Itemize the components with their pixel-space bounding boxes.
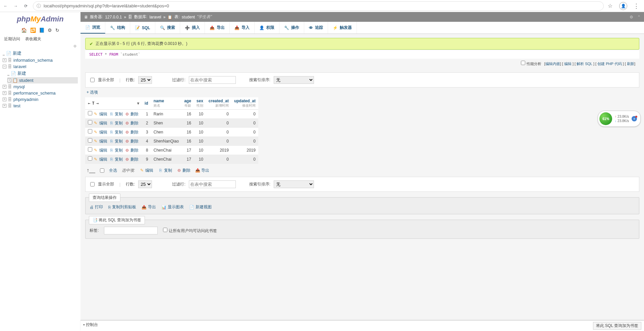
tree-laravel-new[interactable]: ⎯📄新建 [7, 70, 78, 77]
bulk-export[interactable]: 📤 导出 [195, 168, 209, 173]
sort-index-select-2[interactable]: 无 [274, 180, 314, 188]
filter-input-2[interactable] [189, 180, 236, 188]
row-checkbox[interactable] [88, 138, 92, 143]
row-copy[interactable]: ⎘ 复制 [109, 157, 123, 162]
tree-db-performance-schema[interactable]: +🗄performance_schema [3, 90, 78, 96]
tab-structure[interactable]: 🔧结构 [105, 22, 130, 34]
settings-icon[interactable]: ⚙ [48, 27, 52, 33]
row-delete[interactable]: ⊖ 删除 [125, 157, 139, 162]
back-icon[interactable]: ← [3, 3, 9, 9]
row-delete[interactable]: ⊖ 删除 [125, 121, 139, 125]
row-edit[interactable]: ✎ 编辑 [93, 112, 107, 116]
row-checkbox[interactable] [88, 147, 92, 152]
row-edit[interactable]: ✎ 编辑 [93, 157, 107, 162]
tree-db-mysql[interactable]: +🗄mysql [3, 84, 78, 90]
row-copy[interactable]: ⎘ 复制 [109, 112, 123, 116]
collapse-handle-icon[interactable]: ⊖ [0, 44, 80, 48]
col-sex[interactable]: sex性别 [194, 97, 206, 110]
collapse-top-icon[interactable]: ⌃ [637, 15, 641, 19]
row-edit[interactable]: ✎ 编辑 [93, 130, 107, 134]
row-delete[interactable]: ⊖ 删除 [125, 139, 139, 144]
row-checkbox[interactable] [88, 129, 92, 133]
network-monitor-widget[interactable]: 61% ↑ 23.8K/s ↓ 23.8K/s + [598, 111, 641, 127]
bookmark-label-input[interactable] [104, 227, 158, 234]
reload-icon[interactable]: ⟳ [23, 3, 29, 9]
page-settings-icon[interactable]: ⚙ [630, 15, 633, 19]
row-checkbox[interactable] [88, 111, 92, 115]
tab-privileges[interactable]: 👤权限 [255, 22, 279, 34]
tree-db-phpmyadmin[interactable]: +🗄phpmyadmin [3, 96, 78, 103]
bookmark-share-checkbox[interactable] [163, 228, 167, 232]
row-delete[interactable]: ⊖ 删除 [125, 112, 139, 116]
rows-select-2[interactable]: 25 [138, 180, 152, 188]
bookmark-star-icon[interactable]: ☆ [608, 3, 612, 9]
bookmark-sql-button[interactable]: 将此 SQL 查询加为书签 [593, 322, 641, 330]
docs-icon[interactable]: 📘 [39, 27, 45, 33]
reload-nav-icon[interactable]: ↻ [55, 27, 59, 33]
tab-export[interactable]: 📤导出 [205, 22, 230, 34]
tab-insert[interactable]: ➕插入 [180, 22, 205, 34]
export-link[interactable]: 📤 导出 [142, 204, 156, 210]
url-bar[interactable]: ⓘ localhost/phpmyadmin/sql.php?db=larave… [33, 1, 604, 11]
create-view-link[interactable]: 📄 新建视图 [189, 204, 212, 210]
show-all-checkbox[interactable] [90, 78, 95, 82]
show-all-checkbox-2[interactable] [90, 182, 95, 186]
row-copy[interactable]: ⎘ 复制 [109, 121, 123, 125]
row-copy[interactable]: ⎘ 复制 [109, 139, 123, 144]
tree-new[interactable]: ⎯📄新建 [3, 50, 78, 57]
bulk-edit[interactable]: ✎ 编辑 [140, 168, 153, 173]
forward-icon[interactable]: → [13, 3, 19, 9]
profiling-checkbox[interactable] [521, 61, 525, 65]
col-updated[interactable]: updated_at修改时间 [231, 97, 258, 110]
bc-table-link[interactable]: student [182, 15, 195, 19]
phpmyadmin-logo[interactable]: phpMyAdmin [0, 12, 80, 26]
row-delete[interactable]: ⊖ 删除 [125, 148, 139, 153]
inline-edit-link[interactable]: 编辑内嵌 [545, 62, 560, 66]
row-delete[interactable]: ⊖ 删除 [125, 130, 139, 134]
tab-sql[interactable]: 📝SQL [130, 22, 155, 34]
tab-search[interactable]: 🔍搜索 [155, 22, 180, 34]
tree-table-student[interactable]: +📋student [7, 77, 78, 84]
profile-icon[interactable]: 👤 [619, 2, 627, 10]
tree-db-information-schema[interactable]: +🗄information_schema [3, 57, 78, 63]
row-copy[interactable]: ⎘ 复制 [109, 148, 123, 153]
row-checkbox[interactable] [88, 120, 92, 124]
row-checkbox[interactable] [88, 156, 92, 161]
bc-server-link[interactable]: 127.0.0.1 [105, 15, 122, 19]
col-id[interactable]: id [142, 97, 151, 110]
chrome-menu-icon[interactable]: ⋮ [633, 2, 639, 10]
copy-clipboard-link[interactable]: ⎘ 复制到剪贴板 [108, 204, 136, 210]
row-edit[interactable]: ✎ 编辑 [93, 139, 107, 144]
chart-link[interactable]: 📊 显示图表 [161, 204, 184, 210]
check-all-link[interactable]: 全选 [109, 168, 117, 173]
tree-db-laravel[interactable]: −🗄laravel [3, 63, 78, 70]
col-age[interactable]: age年龄 [181, 97, 194, 110]
row-copy[interactable]: ⎘ 复制 [109, 130, 123, 134]
row-edit[interactable]: ✎ 编辑 [93, 121, 107, 125]
edit-query-link[interactable]: 编辑 [564, 62, 572, 66]
console-toggle[interactable]: ▪ 控制台 [83, 322, 98, 330]
bulk-copy[interactable]: ⎘ 复制 [158, 168, 172, 173]
refresh-link[interactable]: 刷新 [627, 62, 634, 66]
tab-import[interactable]: 📥导入 [230, 22, 255, 34]
logout-icon[interactable]: 🔁 [30, 27, 36, 33]
options-toggle[interactable]: + 选项 [87, 90, 638, 95]
create-php-link[interactable]: 创建 PHP 代码 [597, 62, 622, 66]
explain-sql-link[interactable]: 解析 SQL [577, 62, 592, 66]
print-link[interactable]: 🖨 打印 [90, 204, 103, 210]
rows-select[interactable]: 25 [138, 76, 152, 84]
tab-triggers[interactable]: ⚡触发器 [328, 22, 357, 34]
check-all-checkbox[interactable] [100, 168, 104, 173]
col-name[interactable]: name姓名 [151, 97, 181, 110]
tab-operations[interactable]: 🔧操作 [279, 22, 304, 34]
home-icon[interactable]: 🏠 [21, 27, 27, 33]
net-badge-icon[interactable]: + [632, 116, 637, 121]
col-created[interactable]: created_at新增时间 [206, 97, 231, 110]
tab-favorites[interactable]: 表收藏夹 [25, 37, 41, 41]
filter-input[interactable] [189, 76, 236, 84]
tree-db-test[interactable]: +🗄test [3, 103, 78, 109]
bc-db-link[interactable]: laravel [149, 15, 161, 19]
tab-recent[interactable]: 近期访问 [4, 37, 20, 41]
row-edit[interactable]: ✎ 编辑 [93, 148, 107, 153]
sort-index-select[interactable]: 无 [274, 76, 314, 84]
